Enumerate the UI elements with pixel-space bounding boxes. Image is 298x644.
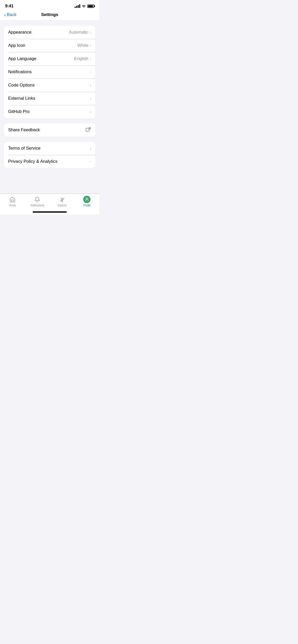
back-chevron-icon: ‹ (4, 12, 6, 17)
main-settings-card: Appearance Automatic › App Icon White › … (4, 26, 95, 118)
nav-bar: ‹ Back Settings (0, 10, 99, 21)
privacy-chevron: › (90, 159, 91, 164)
profile-avatar-icon (83, 196, 90, 203)
github-pro-label: GitHub Pro (8, 109, 30, 114)
notifications-chevron: › (90, 70, 91, 74)
chevron-right-icon: › (90, 56, 91, 61)
privacy-row[interactable]: Privacy Policy & Analytics › (4, 155, 95, 168)
chevron-right-icon: › (90, 83, 91, 87)
appearance-label: Appearance (8, 30, 32, 35)
svg-line-4 (62, 200, 63, 202)
tab-profile-label: Profile (83, 204, 90, 207)
notifications-label: Notifications (8, 69, 32, 75)
notifications-row[interactable]: Notifications › (4, 65, 95, 79)
chevron-right-icon: › (90, 96, 91, 101)
chevron-right-icon: › (90, 70, 91, 74)
back-label: Back (7, 12, 17, 17)
github-pro-row[interactable]: GitHub Pro › (4, 105, 95, 118)
chevron-right-icon: › (90, 43, 91, 48)
tab-explore-label: Explore (58, 204, 66, 207)
app-icon-value: White › (77, 43, 91, 48)
status-time: 9:41 (5, 4, 13, 9)
external-links-row[interactable]: External Links › (4, 92, 95, 105)
app-icon-label: App Icon (8, 43, 25, 48)
home-indicator (33, 211, 67, 213)
code-options-row[interactable]: Code Options › (4, 79, 95, 92)
back-button[interactable]: ‹ Back (4, 12, 16, 17)
tab-profile[interactable]: Profile (75, 196, 100, 215)
appearance-row[interactable]: Appearance Automatic › (4, 26, 95, 39)
status-bar: 9:41 (0, 0, 99, 10)
github-pro-chevron: › (90, 109, 91, 114)
tab-bar: Home Notifications Explore (0, 194, 99, 215)
privacy-label: Privacy Policy & Analytics (8, 159, 58, 164)
battery-icon (87, 5, 94, 8)
code-options-chevron: › (90, 83, 91, 87)
terms-chevron: › (90, 146, 91, 151)
app-icon-row[interactable]: App Icon White › (4, 39, 95, 52)
tab-home-label: Home (9, 204, 16, 207)
legal-card: Terms of Service › Privacy Policy & Anal… (4, 142, 95, 168)
tab-notifications-label: Notifications (30, 204, 44, 207)
feedback-card: Share Feedback (4, 123, 95, 137)
chevron-right-icon: › (90, 109, 91, 114)
share-feedback-row[interactable]: Share Feedback (4, 123, 95, 137)
app-language-row[interactable]: App Language English › (4, 52, 95, 65)
page-title: Settings (41, 12, 58, 17)
home-icon (9, 196, 16, 203)
chevron-right-icon: › (90, 146, 91, 151)
chevron-right-icon: › (90, 30, 91, 35)
appearance-value: Automatic › (69, 30, 91, 35)
settings-scroll: Appearance Automatic › App Icon White › … (0, 21, 99, 191)
tab-home[interactable]: Home (0, 196, 25, 215)
terms-label: Terms of Service (8, 146, 40, 151)
external-links-label: External Links (8, 96, 35, 101)
bell-icon (34, 196, 41, 203)
status-icons (75, 4, 94, 8)
app-language-value: English › (74, 56, 91, 61)
terms-row[interactable]: Terms of Service › (4, 142, 95, 155)
share-feedback-label: Share Feedback (8, 127, 40, 133)
code-options-label: Code Options (8, 83, 35, 88)
external-links-chevron: › (90, 96, 91, 101)
wifi-icon (82, 5, 86, 8)
telescope-icon (59, 196, 66, 203)
svg-point-5 (86, 198, 88, 199)
signal-icon (75, 4, 80, 8)
chevron-right-icon: › (90, 159, 91, 164)
external-link-icon (85, 127, 91, 133)
svg-rect-2 (61, 198, 63, 200)
share-feedback-icon (85, 127, 91, 133)
app-language-label: App Language (8, 56, 36, 61)
svg-rect-0 (86, 128, 89, 131)
